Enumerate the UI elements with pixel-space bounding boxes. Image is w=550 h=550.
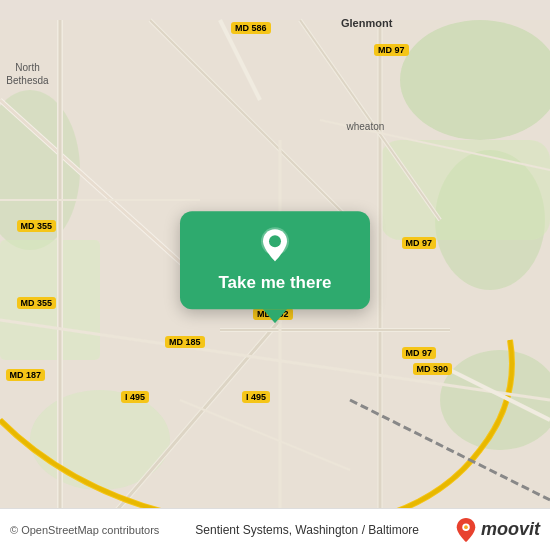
road-label-md97-mid: MD 97 [402, 237, 437, 249]
place-label-north-bethesda: NorthBethesda [0, 61, 55, 87]
road-label-md97-top: MD 97 [374, 44, 409, 56]
popup-label: Take me there [218, 273, 331, 293]
road-label-i495-right: I 495 [242, 391, 270, 403]
svg-point-33 [464, 525, 468, 529]
road-label-md185: MD 185 [165, 336, 205, 348]
moovit-logo-icon [455, 517, 477, 543]
popup-card[interactable]: Take me there [180, 211, 370, 309]
road-label-md586: MD 586 [231, 22, 271, 34]
moovit-logo: moovit [455, 517, 540, 543]
copyright-text: © OpenStreetMap contributors [10, 524, 159, 536]
moovit-text: moovit [481, 519, 540, 540]
road-label-md187: MD 187 [6, 369, 46, 381]
place-label-glenmont: Glenmont [341, 17, 392, 29]
bottom-bar: © OpenStreetMap contributors Sentient Sy… [0, 508, 550, 550]
svg-point-31 [269, 235, 281, 247]
road-label-i495-left: I 495 [121, 391, 149, 403]
place-label-wheaton: wheaton [347, 121, 385, 132]
map-container: MD 586 MD 97 MD 97 MD 97 MD 355 MD 355 M… [0, 0, 550, 550]
road-label-md355-top: MD 355 [17, 220, 57, 232]
location-pin-icon [255, 225, 295, 265]
road-label-md97-bot: MD 97 [402, 347, 437, 359]
location-info: Sentient Systems, Washington / Baltimore [195, 523, 419, 537]
road-label-md355-bot: MD 355 [17, 297, 57, 309]
svg-rect-3 [380, 140, 550, 240]
road-label-md390: MD 390 [413, 363, 453, 375]
bottom-left: © OpenStreetMap contributors [10, 524, 159, 536]
